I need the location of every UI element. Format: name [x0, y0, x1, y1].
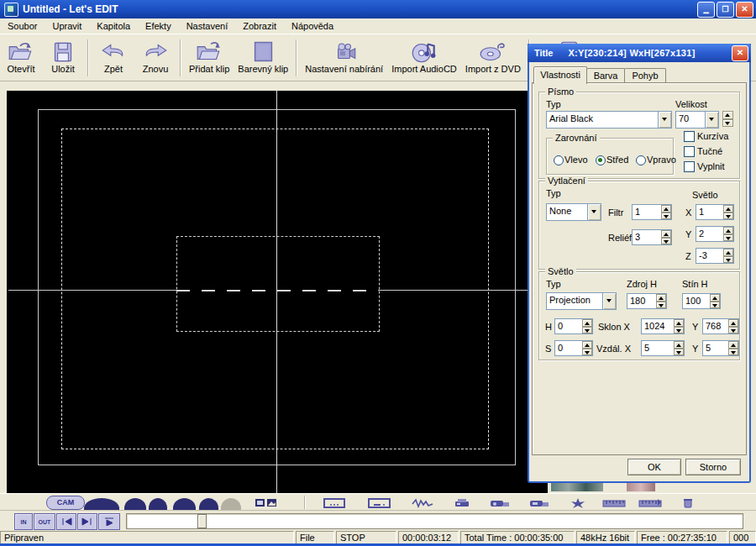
preview-canvas[interactable]: [7, 91, 548, 493]
chevron-down-icon[interactable]: [705, 112, 718, 128]
transport-button[interactable]: [124, 498, 146, 511]
extrude-type-combo[interactable]: None: [546, 203, 601, 221]
title-bar[interactable]: Untitled - Let's EDIT: [0, 0, 756, 18]
spin-up-icon[interactable]: [582, 319, 592, 327]
h-spin[interactable]: 0: [554, 318, 593, 334]
menu-upravit[interactable]: Upravit: [45, 19, 89, 33]
spin-up-icon[interactable]: [710, 294, 720, 302]
restore-button[interactable]: [717, 2, 734, 18]
play-button[interactable]: [98, 513, 120, 530]
spin-down-icon[interactable]: [723, 256, 733, 264]
light-y-spin[interactable]: 2: [696, 226, 734, 242]
italic-checkbox[interactable]: [684, 131, 695, 142]
slope-y-spin[interactable]: 768: [702, 318, 739, 334]
spin-up-icon[interactable]: [582, 341, 592, 349]
dialog-close-button[interactable]: [732, 45, 748, 61]
add-clip-button[interactable]: Přidat klip: [185, 39, 234, 76]
light-type-combo[interactable]: Projection: [546, 292, 617, 310]
dist-y-spin[interactable]: 5: [702, 340, 739, 356]
waveform-icon[interactable]: [412, 497, 433, 510]
spin-up-icon[interactable]: [723, 227, 733, 234]
title-track-icon[interactable]: [368, 497, 391, 510]
tab-vlastnosti[interactable]: Vlastnosti: [533, 66, 587, 84]
printer-icon[interactable]: [454, 497, 470, 510]
spin-down-icon[interactable]: [661, 213, 671, 220]
spin-down-icon[interactable]: [723, 234, 733, 242]
transport-button[interactable]: [149, 498, 167, 511]
spin-up-icon[interactable]: [723, 205, 733, 213]
spin-down-icon[interactable]: [728, 327, 738, 334]
fill-checkbox[interactable]: [684, 161, 695, 172]
light-shadow-spin[interactable]: 100: [682, 293, 721, 309]
light-source-spin[interactable]: 180: [627, 293, 667, 309]
menu-zobrazit[interactable]: Zobrazit: [235, 19, 284, 33]
relief-spin[interactable]: 3: [632, 229, 672, 245]
monitor-icon[interactable]: [255, 497, 265, 510]
export-file-icon[interactable]: [529, 497, 549, 510]
close-button[interactable]: [736, 2, 753, 18]
save-button[interactable]: Uložit: [42, 39, 84, 76]
menu-kapitola[interactable]: Kapitola: [89, 19, 138, 33]
light-z-spin[interactable]: -3: [696, 248, 734, 264]
image-icon[interactable]: [266, 497, 277, 510]
timeline-slider[interactable]: [126, 513, 743, 529]
spin-up-icon[interactable]: [661, 205, 671, 213]
dialog-title-bar[interactable]: Title X:Y[230:214] WxH[267x131]: [528, 44, 751, 62]
slope-x-spin[interactable]: 1024: [641, 318, 685, 334]
spin-down-icon[interactable]: [656, 302, 666, 309]
menu-efekty[interactable]: Efekty: [138, 19, 179, 33]
transport-button[interactable]: [199, 498, 218, 511]
ok-button[interactable]: OK: [627, 459, 681, 475]
spin-down-icon[interactable]: [723, 213, 733, 220]
spin-down-icon[interactable]: [728, 349, 738, 356]
align-left-radio[interactable]: [554, 155, 564, 165]
spin-down-icon[interactable]: [582, 349, 592, 356]
color-clip-button[interactable]: Barevný klip: [234, 39, 292, 76]
import-audiocd-button[interactable]: Import AudioCD: [387, 39, 461, 76]
spin-up-icon[interactable]: [722, 111, 733, 119]
minimize-button[interactable]: [697, 2, 715, 18]
spin-down-icon[interactable]: [710, 302, 720, 309]
menu-soubor[interactable]: Soubor: [0, 19, 45, 33]
chevron-down-icon[interactable]: [658, 112, 671, 128]
tab-pohyb[interactable]: Pohyb: [624, 68, 666, 83]
out-button[interactable]: OUT: [34, 513, 55, 530]
spin-up-icon[interactable]: [723, 249, 733, 256]
spin-down-icon[interactable]: [722, 119, 733, 128]
spin-up-icon[interactable]: [728, 341, 738, 349]
bold-checkbox[interactable]: [684, 146, 695, 157]
effect-star-icon[interactable]: [569, 497, 587, 510]
dist-x-spin[interactable]: 5: [641, 340, 685, 356]
spin-up-icon[interactable]: [728, 319, 738, 327]
transport-button[interactable]: [221, 498, 241, 511]
import-dvd-button[interactable]: Import z DVD: [461, 39, 525, 76]
slider-thumb[interactable]: [197, 514, 207, 528]
menu-napoveda[interactable]: Nápověda: [284, 19, 341, 33]
clip-track-icon[interactable]: [323, 497, 345, 510]
ruler-icon[interactable]: [602, 497, 626, 510]
tab-barva[interactable]: Barva: [586, 68, 625, 83]
font-size-combo[interactable]: 70: [675, 111, 719, 129]
menu-nastaveni[interactable]: Nastavení: [179, 19, 236, 33]
spin-up-icon[interactable]: [674, 319, 684, 327]
chevron-down-icon[interactable]: [587, 204, 601, 220]
transport-button[interactable]: [173, 498, 196, 511]
spin-down-icon[interactable]: [582, 327, 592, 334]
trash-icon[interactable]: [683, 497, 693, 510]
chevron-down-icon[interactable]: [602, 293, 616, 309]
align-center-radio[interactable]: [596, 155, 606, 165]
font-size-spinner[interactable]: [722, 111, 733, 127]
capture-settings-button[interactable]: Nastavení nabírání: [301, 39, 387, 76]
s-spin[interactable]: 0: [554, 340, 593, 356]
title-bounding-box[interactable]: [176, 236, 380, 332]
in-button[interactable]: IN: [14, 513, 33, 530]
skip-start-button[interactable]: [56, 513, 76, 530]
cam-button[interactable]: CAM: [46, 496, 85, 510]
ruler-marker-icon[interactable]: [638, 497, 662, 510]
transport-button[interactable]: [84, 498, 119, 511]
filter-spin[interactable]: 1: [632, 204, 672, 220]
spin-down-icon[interactable]: [661, 238, 671, 245]
cancel-button[interactable]: Storno: [685, 459, 741, 475]
light-x-spin[interactable]: 1: [696, 204, 734, 220]
export-tape-icon[interactable]: [490, 497, 510, 510]
